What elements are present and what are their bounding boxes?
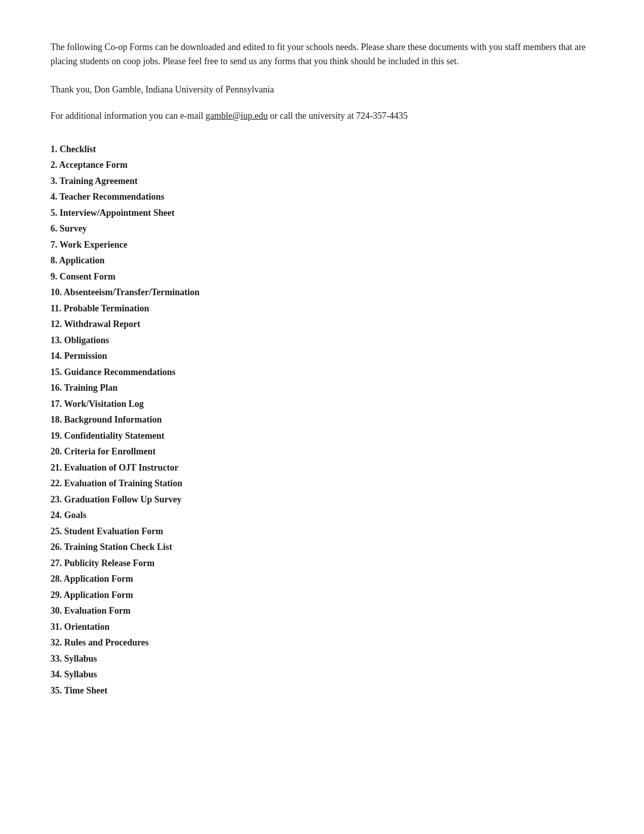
list-item: 6. Survey (51, 221, 593, 237)
list-item: 2. Acceptance Form (51, 157, 593, 173)
list-item: 18. Background Information (51, 412, 593, 428)
list-item: 3. Training Agreement (51, 173, 593, 190)
list-item: 11. Probable Termination (51, 301, 593, 317)
list-item: 19. Confidentiality Statement (51, 428, 593, 444)
list-item: 5. Interview/Appointment Sheet (51, 205, 593, 221)
list-item: 24. Goals (51, 507, 593, 524)
list-item: 30. Evaluation Form (51, 603, 593, 619)
list-item: 29. Application Form (51, 587, 593, 604)
list-item: 28. Application Form (51, 571, 593, 587)
list-item: 10. Absenteeism/Transfer/Termination (51, 285, 593, 301)
list-item: 22. Evaluation of Training Station (51, 476, 593, 492)
list-item: 32. Rules and Procedures (51, 635, 593, 651)
list-item: 34. Syllabus (51, 667, 593, 683)
list-item: 16. Training Plan (51, 380, 593, 396)
email-link[interactable]: gamble@iup.edu (206, 111, 268, 121)
contact-suffix: or call the university at 724-357-4435 (268, 111, 408, 121)
list-item: 25. Student Evaluation Form (51, 524, 593, 540)
list-item: 14. Permission (51, 348, 593, 364)
list-item: 7. Work Experience (51, 237, 593, 253)
list-item: 33. Syllabus (51, 651, 593, 667)
list-item: 23. Graduation Follow Up Survey (51, 492, 593, 508)
forms-list: 1. Checklist2. Acceptance Form3. Trainin… (51, 142, 593, 699)
list-item: 26. Training Station Check List (51, 539, 593, 555)
list-item: 8. Application (51, 253, 593, 269)
list-item: 13. Obligations (51, 333, 593, 349)
list-item: 1. Checklist (51, 142, 593, 158)
list-item: 20. Criteria for Enrollment (51, 444, 593, 460)
list-item: 27. Publicity Release Form (51, 555, 593, 572)
intro-paragraph: The following Co-op Forms can be downloa… (51, 40, 593, 69)
list-item: 15. Guidance Recommendations (51, 364, 593, 381)
thank-you-text: Thank you, Don Gamble, Indiana Universit… (51, 83, 593, 97)
list-item: 12. Withdrawal Report (51, 316, 593, 333)
list-item: 31. Orientation (51, 619, 593, 635)
list-item: 35. Time Sheet (51, 683, 593, 699)
contact-info: For additional information you can e-mai… (51, 109, 593, 123)
list-item: 21. Evaluation of OJT Instructor (51, 460, 593, 476)
list-item: 17. Work/Visitation Log (51, 396, 593, 412)
contact-prefix: For additional information you can e-mai… (51, 111, 206, 121)
list-item: 9. Consent Form (51, 269, 593, 285)
list-item: 4. Teacher Recommendations (51, 189, 593, 205)
